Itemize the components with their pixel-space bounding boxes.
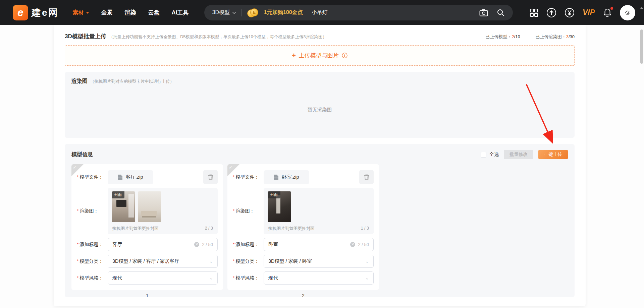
scrollbar-thumb[interactable] bbox=[640, 29, 643, 64]
renders-panel-title: 渲染图 bbox=[71, 78, 88, 85]
menu-item-render[interactable]: 渲染 bbox=[125, 9, 136, 16]
gold-coin-icon bbox=[247, 8, 259, 17]
camera-search-button[interactable] bbox=[479, 9, 488, 16]
yuan-coin-icon bbox=[565, 8, 575, 18]
upload-circle-icon bbox=[546, 8, 556, 18]
info-icon[interactable] bbox=[342, 53, 347, 58]
uploaded-models-label: 已上传模型： bbox=[485, 34, 512, 39]
chevron-down-icon: ⌄ bbox=[209, 275, 213, 281]
upload-dropzone[interactable]: + 上传模型与图片 bbox=[65, 45, 575, 66]
required-mark: * bbox=[233, 258, 234, 264]
drag-cover-hint: 拖拽图片到首图更换封面 bbox=[112, 226, 159, 232]
renders-panel-hint: （拖拽图片到对应的模型卡片中以进行上传） bbox=[90, 79, 174, 84]
renders-field-label: *渲染图： bbox=[233, 208, 264, 214]
required-mark: * bbox=[77, 242, 78, 247]
upload-button[interactable] bbox=[546, 8, 556, 18]
renders-empty-text: 暂无渲染图 bbox=[308, 106, 332, 113]
page-scrollbar[interactable] bbox=[639, 0, 644, 308]
delete-card-button[interactable] bbox=[359, 170, 374, 184]
site-logo[interactable]: e 建e网 bbox=[13, 5, 59, 20]
card-renders-box: 封面 拖拽图片到首图更换封面 1 / 3 bbox=[264, 188, 374, 234]
chevron-down-icon bbox=[232, 11, 236, 14]
select-all-label[interactable]: 全选 bbox=[489, 151, 499, 158]
title-field-label: *添加标题： bbox=[77, 242, 108, 248]
style-select[interactable]: 现代 ⌄ bbox=[108, 271, 218, 285]
chevron-down-icon: ⌄ bbox=[365, 275, 369, 281]
search-category-dropdown[interactable]: 3D模型 bbox=[212, 9, 236, 16]
select-all-checkbox[interactable] bbox=[481, 152, 486, 158]
clear-input-icon[interactable]: ✕ bbox=[350, 242, 355, 247]
uploaded-models-suffix: /10 bbox=[514, 34, 520, 39]
render-thumbnail[interactable]: 封面 bbox=[268, 191, 291, 222]
drag-cover-hint: 拖拽图片到首图更换封面 bbox=[268, 226, 315, 232]
divider bbox=[241, 9, 242, 16]
check-icon: ✓ bbox=[229, 165, 232, 170]
field-label-text: 模型分类： bbox=[79, 258, 103, 264]
uploaded-renders-counter: 已上传渲染图：3/30 bbox=[536, 34, 575, 40]
required-mark: * bbox=[233, 275, 234, 281]
uploaded-renders-value: 3 bbox=[566, 34, 569, 39]
batch-edit-button[interactable]: 批量修改 bbox=[504, 150, 533, 159]
required-mark: * bbox=[233, 208, 234, 213]
file-icon bbox=[274, 174, 279, 180]
scroll-up-arrow[interactable] bbox=[640, 7, 643, 9]
user-avatar[interactable] bbox=[620, 5, 635, 20]
style-field-label: *模型风格： bbox=[233, 275, 264, 281]
card-index: 1 bbox=[71, 293, 223, 298]
search-bar: 3D模型 1元加购100金点 bbox=[204, 5, 513, 20]
notifications-button[interactable] bbox=[603, 8, 612, 17]
menu-item-material[interactable]: 素材 bbox=[73, 9, 89, 16]
style-field-label: *模型风格： bbox=[77, 275, 108, 281]
page-header: 3D模型批量上传 （批量上传功能暂不支持上传全景图、D5模型和多版本模型，单次最… bbox=[65, 33, 575, 40]
style-select[interactable]: 现代 ⌄ bbox=[264, 271, 374, 285]
field-label-text: 添加标题： bbox=[235, 242, 259, 247]
model-file-name: 客厅.zip bbox=[126, 174, 143, 180]
wallet-button[interactable] bbox=[565, 8, 575, 18]
render-count: 1 / 3 bbox=[361, 226, 369, 232]
field-label-text: 添加标题： bbox=[79, 242, 103, 247]
cover-badge: 封面 bbox=[268, 191, 280, 198]
promo-link[interactable]: 1元加购100金点 bbox=[264, 9, 303, 16]
required-mark: * bbox=[77, 258, 78, 264]
category-select[interactable]: 3D模型 / 家装 / 客厅 / 家居客厅 ⌄ bbox=[108, 255, 218, 268]
menu-item-panorama[interactable]: 全景 bbox=[101, 9, 113, 16]
trash-icon bbox=[207, 174, 214, 181]
char-counter: 2 / 50 bbox=[202, 242, 213, 247]
search-button[interactable] bbox=[497, 9, 505, 17]
clear-input-icon[interactable]: ✕ bbox=[194, 242, 199, 247]
render-thumbnail[interactable]: 封面 bbox=[112, 191, 135, 222]
main-menu: 素材 全景 渲染 云盘 AI工具 bbox=[73, 9, 189, 16]
uploaded-renders-suffix: /30 bbox=[569, 34, 575, 39]
render-thumbnail[interactable] bbox=[138, 191, 161, 222]
chevron-down-icon: ⌄ bbox=[209, 259, 213, 264]
field-label-text: 渲染图： bbox=[235, 208, 254, 213]
model-file-name: 卧室.zip bbox=[282, 174, 299, 180]
cover-badge: 封面 bbox=[112, 191, 124, 198]
category-field-label: *模型分类： bbox=[233, 258, 264, 264]
chevron-down-icon bbox=[86, 12, 89, 14]
one-click-upload-button[interactable]: 一键上传 bbox=[538, 150, 568, 159]
category-field-label: *模型分类： bbox=[77, 258, 108, 264]
menu-item-ai-tools[interactable]: AI工具 bbox=[172, 9, 189, 16]
delete-card-button[interactable] bbox=[203, 170, 218, 184]
model-info-panel: 模型信息 全选 批量修改 一键上传 ✓ *模型文件： bbox=[65, 144, 575, 297]
category-value: 3D模型 / 家装 / 客厅 / 家居客厅 bbox=[112, 258, 179, 264]
category-select[interactable]: 3D模型 / 家装 / 卧室 ⌄ bbox=[264, 255, 374, 268]
uploaded-models-counter: 已上传模型：2/10 bbox=[485, 34, 520, 40]
model-file-chip[interactable]: 客厅.zip bbox=[108, 170, 153, 184]
title-input[interactable] bbox=[112, 242, 194, 247]
search-input[interactable] bbox=[312, 10, 474, 16]
field-label-text: 模型风格： bbox=[235, 275, 259, 281]
title-input[interactable] bbox=[268, 242, 350, 247]
vip-button[interactable]: VIP bbox=[583, 8, 595, 17]
grid-icon bbox=[530, 8, 538, 17]
batch-upload-page: 3D模型批量上传 （批量上传功能暂不支持上传全景图、D5模型和多版本模型，单次最… bbox=[54, 25, 586, 306]
menu-item-cloud-drive[interactable]: 云盘 bbox=[148, 9, 160, 16]
plus-icon: + bbox=[292, 52, 296, 59]
render-count: 2 / 3 bbox=[205, 226, 213, 232]
model-file-chip[interactable]: 卧室.zip bbox=[264, 170, 309, 184]
card-index: 2 bbox=[227, 293, 379, 298]
apps-grid-button[interactable] bbox=[530, 8, 538, 17]
page-subtitle: （批量上传功能暂不支持上传全景图、D5模型和多版本模型，单次最多上传10个模型，… bbox=[109, 34, 327, 40]
renders-panel: 渲染图 （拖拽图片到对应的模型卡片中以进行上传） 暂无渲染图 bbox=[65, 72, 575, 138]
